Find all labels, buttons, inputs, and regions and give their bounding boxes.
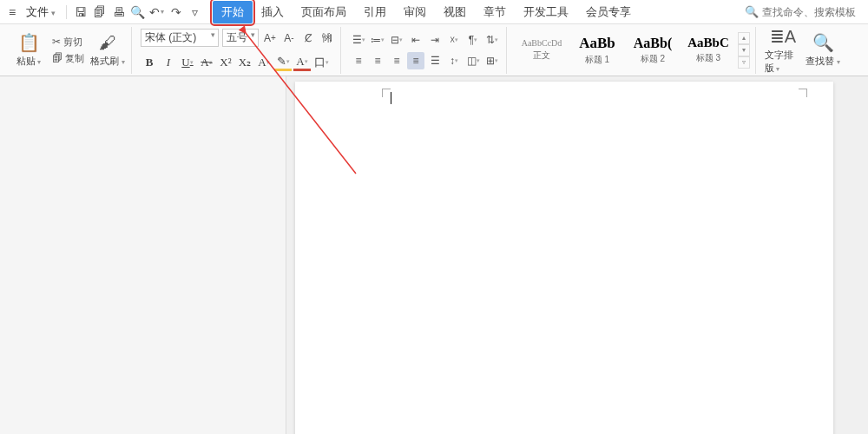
italic-button[interactable]: I	[160, 54, 177, 71]
increase-font-icon[interactable]: A+	[262, 30, 278, 46]
navigation-pane[interactable]	[0, 76, 286, 434]
hamburger-icon[interactable]: ≡	[5, 5, 19, 19]
text-layout-icon: ≣A	[770, 26, 796, 47]
underline-button[interactable]: U	[179, 54, 196, 71]
style-scroll-up[interactable]: ▴	[738, 32, 750, 44]
margin-corner-left	[382, 89, 391, 97]
style-scroll-down[interactable]: ▾	[738, 44, 750, 56]
superscript-button[interactable]: X²	[217, 54, 234, 71]
multilevel-icon[interactable]: ⊟	[388, 31, 405, 49]
style-gallery-scroll[interactable]: ▴ ▾ ▿	[738, 32, 750, 69]
tab-reference[interactable]: 引用	[355, 1, 395, 23]
tab-review[interactable]: 审阅	[395, 1, 435, 23]
paste-button[interactable]: 📋 粘贴	[10, 29, 47, 72]
style-normal[interactable]: AaBbCcDd 正文	[516, 30, 568, 70]
text-cursor	[391, 92, 391, 104]
save-as-icon[interactable]: 🗐	[91, 3, 108, 21]
shading-icon[interactable]: ◫	[464, 52, 482, 69]
style-scroll-more[interactable]: ▿	[738, 56, 750, 69]
clipboard-stack: ✂ 剪切 🗐 复制	[50, 35, 86, 66]
decrease-font-icon[interactable]: A-	[281, 30, 297, 46]
strikethrough-button[interactable]: A	[198, 54, 215, 71]
right-tools-group: ≣A 文字排版 🔍 查找替	[760, 27, 846, 74]
highlight-button[interactable]: ✎	[274, 54, 292, 71]
print-icon[interactable]: 🖶	[110, 3, 128, 21]
style-preview: AaBbCcDd	[522, 38, 562, 48]
cut-label: 剪切	[63, 36, 82, 49]
separator	[66, 5, 67, 19]
align-left-icon[interactable]: ≡	[350, 52, 367, 69]
paste-icon: 📋	[18, 32, 40, 53]
brush-icon: 🖌	[99, 33, 116, 53]
align-center-icon[interactable]: ≡	[369, 52, 386, 69]
paste-label: 粘贴	[16, 55, 41, 68]
find-replace-label: 查找替	[806, 55, 839, 68]
print-preview-icon[interactable]: 🔍	[129, 3, 147, 21]
text-layout-button[interactable]: ≣A 文字排版	[765, 29, 801, 72]
cut-button[interactable]: ✂ 剪切	[50, 35, 86, 49]
tab-chapter[interactable]: 章节	[475, 1, 515, 23]
tab-page-layout[interactable]: 页面布局	[293, 1, 355, 23]
document-area	[0, 76, 868, 434]
font-size-select[interactable]: 五号	[222, 29, 259, 47]
copy-label: 复制	[65, 52, 84, 65]
style-heading1[interactable]: AaBb 标题 1	[571, 30, 623, 70]
decrease-indent-icon[interactable]: ⇤	[407, 31, 424, 49]
paragraph-row-2: ≡ ≡ ≡ ≡ ☰ ↕ ◫ ⊞	[350, 52, 501, 69]
command-search[interactable]: 🔍	[745, 5, 863, 18]
line-spacing-icon[interactable]: ↕	[445, 52, 463, 69]
paragraph-group: ☰ ≔ ⊟ ⇤ ⇥ ☓ ¶ ⇅ ≡ ≡ ≡ ≡ ☰ ↕ ◫ ⊞	[345, 27, 507, 74]
margin-corner-right	[799, 89, 807, 97]
page-viewport[interactable]	[286, 76, 868, 434]
style-name-label: 标题 3	[696, 52, 720, 64]
align-right-icon[interactable]: ≡	[388, 52, 405, 69]
search-icon: 🔍	[745, 5, 759, 18]
style-name-label: 标题 1	[585, 54, 609, 66]
font-color-button[interactable]: A	[293, 54, 311, 71]
tab-start[interactable]: 开始	[213, 1, 253, 23]
redo-icon[interactable]: ↷	[168, 3, 185, 21]
more-quick-icon[interactable]: ▿	[187, 3, 204, 21]
font-group: 宋体 (正文) 五号 A+ A- Ȼ ㋿ B I U A X² X₂ A ✎ A…	[135, 27, 341, 74]
bullets-icon[interactable]: ☰	[350, 31, 367, 49]
style-name-label: 标题 2	[641, 53, 665, 65]
subscript-button[interactable]: X₂	[236, 54, 253, 71]
tab-icon[interactable]: ¶	[464, 31, 482, 49]
style-heading3[interactable]: AaBbC 标题 3	[682, 30, 734, 70]
search-input[interactable]	[762, 6, 858, 18]
copy-button[interactable]: 🗐 复制	[50, 51, 86, 66]
sort-icon[interactable]: ☓	[445, 31, 463, 49]
style-preview: AaBb(	[634, 36, 672, 51]
tab-dev-tools[interactable]: 开发工具	[515, 1, 577, 23]
align-justify-icon[interactable]: ≡	[407, 52, 424, 69]
cut-icon: ✂	[52, 36, 61, 48]
font-name-select[interactable]: 宋体 (正文)	[141, 29, 219, 47]
borders-icon[interactable]: ⊞	[483, 52, 501, 69]
text-effect-button[interactable]: A	[255, 54, 273, 71]
find-icon: 🔍	[812, 32, 834, 53]
save-icon[interactable]: 🖫	[72, 3, 89, 21]
undo-icon[interactable]: ↶	[148, 3, 166, 21]
char-border-button[interactable]: ⼝	[312, 54, 330, 71]
ribbon-tabs: 开始 插入 页面布局 引用 审阅 视图 章节 开发工具 会员专享	[213, 1, 640, 23]
numbering-icon[interactable]: ≔	[369, 31, 386, 49]
style-preview: AaBb	[579, 35, 615, 52]
font-row-2: B I U A X² X₂ A ✎ A ⼝	[141, 54, 330, 71]
file-menu[interactable]: 文件	[21, 3, 61, 22]
bold-button[interactable]: B	[141, 54, 158, 71]
copy-icon: 🗐	[52, 52, 62, 64]
tab-view[interactable]: 视图	[435, 1, 475, 23]
find-replace-button[interactable]: 🔍 查找替	[805, 29, 841, 72]
tab-insert[interactable]: 插入	[253, 1, 293, 23]
style-heading2[interactable]: AaBb( 标题 2	[627, 30, 679, 70]
clear-format-icon[interactable]: ㋿	[319, 30, 335, 46]
document-page[interactable]	[295, 82, 833, 434]
increase-indent-icon[interactable]: ⇥	[426, 31, 444, 49]
paragraph-row-1: ☰ ≔ ⊟ ⇤ ⇥ ☓ ¶ ⇅	[350, 31, 501, 49]
format-painter-button[interactable]: 🖌 格式刷	[89, 29, 126, 72]
tab-member[interactable]: 会员专享	[577, 1, 640, 23]
text-direction-icon[interactable]: ⇅	[483, 31, 501, 49]
styles-group: AaBbCcDd 正文 AaBb 标题 1 AaBb( 标题 2 AaBbC 标…	[510, 27, 756, 74]
change-case-icon[interactable]: Ȼ	[300, 30, 316, 46]
distribute-icon[interactable]: ☰	[426, 52, 444, 69]
